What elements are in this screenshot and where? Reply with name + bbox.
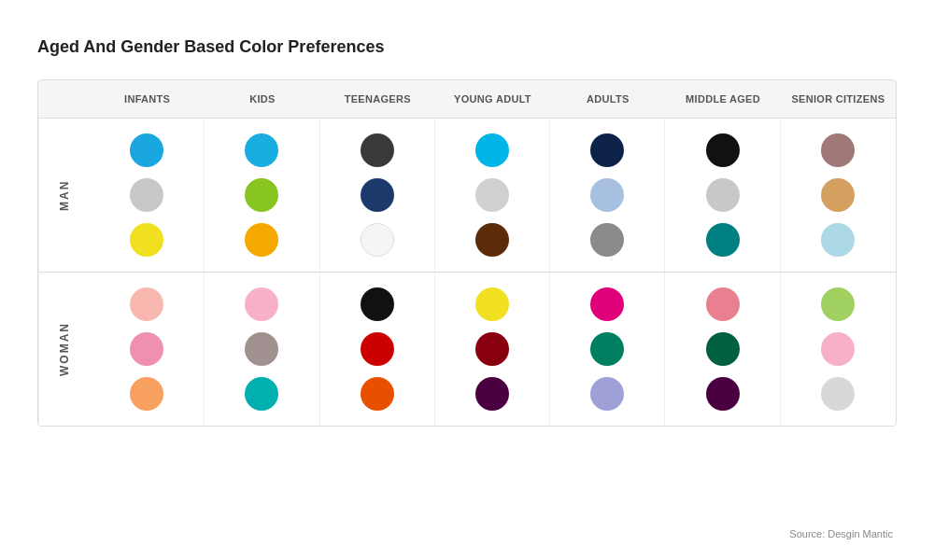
woman-middleaged-dots (665, 273, 780, 426)
dot (245, 287, 278, 321)
man-kids-dots (205, 119, 319, 272)
dot (590, 377, 624, 411)
dot (706, 287, 740, 321)
woman-infants-dots (90, 273, 205, 426)
dot (361, 377, 394, 411)
dot (475, 332, 509, 366)
man-senior-dots (781, 119, 896, 272)
dot (245, 178, 278, 212)
dot (361, 287, 394, 321)
woman-teenagers-dots (320, 273, 435, 426)
header-middle-aged: MIDDLE AGED (665, 80, 780, 118)
man-teenagers-dots (320, 119, 435, 272)
dot (130, 377, 163, 411)
main-container: Aged And Gender Based Color Preferences … (0, 0, 934, 560)
dot (590, 332, 624, 366)
dot (475, 287, 509, 321)
dot (361, 133, 394, 167)
dot (590, 133, 624, 167)
dot (245, 332, 278, 366)
header-empty (38, 80, 90, 118)
man-middleaged-dots (665, 119, 780, 272)
dot (245, 223, 278, 257)
dot (706, 377, 740, 411)
header-young-adult: YOUNG ADULT (435, 80, 550, 118)
dot (475, 178, 509, 212)
dot (821, 332, 855, 366)
woman-youngadult-dots (435, 273, 550, 426)
dot (590, 287, 624, 321)
woman-kids-dots (205, 273, 319, 426)
man-label: MAN (38, 119, 90, 272)
man-section: MAN (38, 119, 896, 272)
dot (475, 377, 509, 411)
header-adults: ADULTS (550, 80, 665, 118)
dot (475, 133, 509, 167)
man-infants-dots (90, 119, 205, 272)
dot (130, 332, 163, 366)
dot (130, 178, 163, 212)
man-adults-dots (550, 119, 665, 272)
dot (245, 133, 278, 167)
dot (821, 223, 855, 257)
woman-label: WOMAN (38, 273, 90, 426)
dot (361, 223, 394, 257)
chart-title: Aged And Gender Based Color Preferences (37, 37, 897, 57)
woman-section: WOMAN (38, 273, 896, 426)
dot (706, 133, 740, 167)
dot (130, 223, 163, 257)
header-infants: INFANTS (90, 80, 205, 118)
dot (706, 178, 740, 212)
header-row: INFANTS KIDS TEENAGERS YOUNG ADULT ADULT… (38, 80, 896, 119)
dot (821, 287, 855, 321)
chart-area: INFANTS KIDS TEENAGERS YOUNG ADULT ADULT… (37, 79, 897, 427)
woman-senior-dots (781, 273, 896, 426)
dot (245, 377, 278, 411)
dot (130, 287, 163, 321)
dot (130, 133, 163, 167)
source-label: Source: Desgin Mantic (789, 528, 893, 539)
dot (706, 223, 740, 257)
dot (706, 332, 740, 366)
header-kids: KIDS (205, 80, 319, 118)
dot (475, 223, 509, 257)
dot (821, 377, 855, 411)
header-senior-citizens: SENIOR CITIZENS (781, 80, 896, 118)
dot (590, 223, 624, 257)
dot (361, 332, 394, 366)
dot (361, 178, 394, 212)
woman-adults-dots (550, 273, 665, 426)
dot (821, 133, 855, 167)
dot (590, 178, 624, 212)
header-teenagers: TEENAGERS (320, 80, 435, 118)
dot (821, 178, 855, 212)
man-youngadult-dots (435, 119, 550, 272)
